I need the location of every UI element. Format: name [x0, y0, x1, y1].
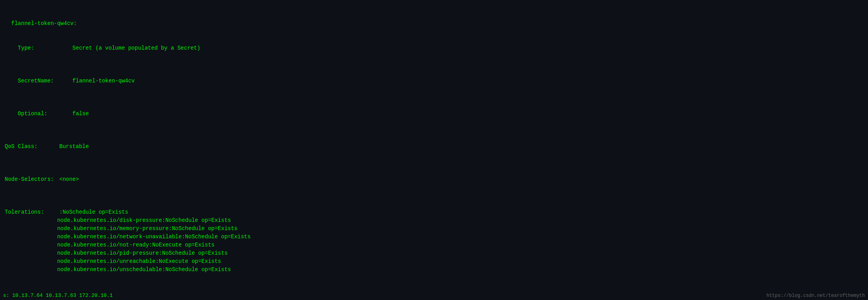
flannel-type-line: Type:Secret (a volume populated by a Sec…	[5, 44, 863, 61]
watermark: https://blog.csdn.net/tearofthemyth	[763, 291, 868, 300]
flannel-token-header: flannel-token-qw4cv:	[5, 20, 863, 28]
qos-label: QoS Class:	[5, 143, 59, 151]
tolerations-line: Tolerations::NoSchedule op=Exists node.k…	[5, 208, 863, 282]
toleration-item: node.kubernetes.io/unreachable:NoExecute…	[57, 258, 221, 264]
toleration-item: node.kubernetes.io/network-unavailable:N…	[57, 234, 251, 240]
type-label: Type:	[18, 44, 73, 52]
qos-value: Burstable	[59, 143, 89, 150]
optional-value: false	[73, 111, 89, 117]
node-selectors-value: <none>	[59, 176, 79, 182]
toleration-item: node.kubernetes.io/unschedulable:NoSched…	[57, 266, 231, 273]
tolerations-label: Tolerations:	[5, 208, 59, 216]
flannel-optional-line: Optional:false	[5, 110, 863, 126]
toleration-item: node.kubernetes.io/not-ready:NoExecute o…	[57, 242, 214, 248]
toleration-item: node.kubernetes.io/pid-pressure:NoSchedu…	[57, 250, 228, 256]
node-selectors-label: Node-Selectors:	[5, 175, 59, 184]
optional-label: Optional:	[18, 110, 73, 118]
status-bar: s: 10.13.7.64 10.13.7.63 172.20.10.1	[0, 291, 868, 300]
qos-line: QoS Class:Burstable	[5, 143, 863, 159]
type-value: Secret (a volume populated by a Secret)	[73, 45, 201, 51]
flannel-token-name: flannel-token-qw4cv:	[11, 20, 77, 27]
tolerations-values: :NoSchedule op=Exists node.kubernetes.io…	[5, 209, 251, 273]
toleration-item: :NoSchedule op=Exists	[59, 209, 128, 215]
node-selectors-line: Node-Selectors:<none>	[5, 175, 863, 192]
toleration-item: node.kubernetes.io/memory-pressure:NoSch…	[57, 225, 237, 232]
toleration-item: node.kubernetes.io/disk-pressure:NoSched…	[57, 217, 231, 223]
terminal-content: flannel-token-qw4cv: Type:Secret (a volu…	[5, 3, 863, 300]
secret-name-value: flannel-token-qw4cv	[73, 78, 135, 84]
secret-name-label: SecretName:	[18, 77, 73, 85]
flannel-secretname-line: SecretName:flannel-token-qw4cv	[5, 77, 863, 93]
